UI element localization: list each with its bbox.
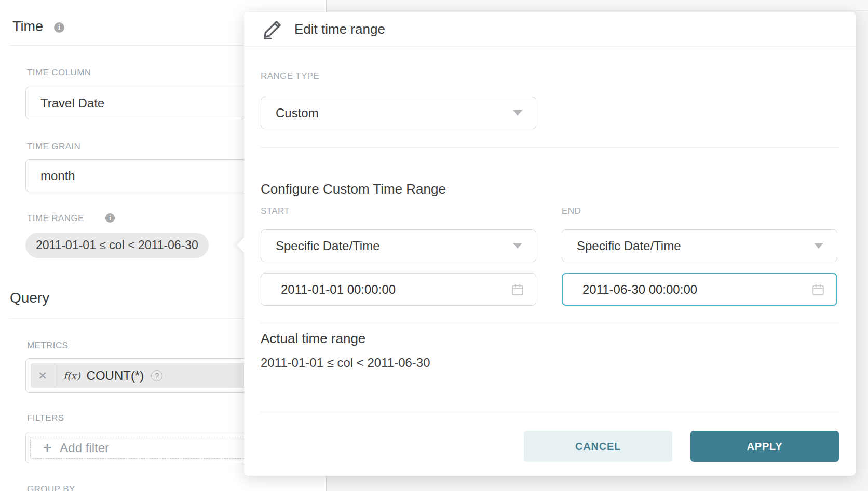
start-type-value: Specific Date/Time xyxy=(276,239,380,253)
chevron-down-icon xyxy=(814,243,823,249)
chip-divider xyxy=(55,363,55,388)
popover-arrow xyxy=(236,237,252,253)
group-by-label: GROUP BY xyxy=(27,484,75,491)
chart-area-top-strip xyxy=(327,0,868,11)
metrics-label: METRICS xyxy=(27,340,68,351)
configure-heading: Configure Custom Time Range xyxy=(261,181,446,197)
start-datetime-input[interactable]: 2011-01-01 00:00:00 xyxy=(261,273,536,306)
start-type-select[interactable]: Specific Date/Time xyxy=(261,229,536,262)
end-type-value: Specific Date/Time xyxy=(577,239,681,253)
range-type-value: Custom xyxy=(276,106,319,120)
edit-time-range-popover: Edit time range RANGE TYPE Custom Config… xyxy=(244,12,856,476)
time-section-title: Time xyxy=(12,19,43,35)
time-column-value: Travel Date xyxy=(40,96,104,111)
remove-metric-icon[interactable]: ✕ xyxy=(31,370,55,382)
popover-header: Edit time range xyxy=(244,12,856,47)
metric-help-icon[interactable]: ? xyxy=(151,370,162,381)
calendar-icon[interactable] xyxy=(811,283,825,296)
time-grain-value: month xyxy=(40,169,75,183)
end-label: END xyxy=(562,206,581,216)
filters-label: FILTERS xyxy=(27,413,64,424)
end-type-select[interactable]: Specific Date/Time xyxy=(562,229,837,262)
calendar-icon[interactable] xyxy=(511,283,524,296)
edit-pencil-icon xyxy=(262,19,283,39)
range-type-label: RANGE TYPE xyxy=(261,71,319,81)
popover-divider xyxy=(261,323,839,323)
query-section-title: Query xyxy=(10,290,49,306)
time-range-info-icon[interactable]: i xyxy=(105,213,115,223)
popover-divider xyxy=(261,412,839,412)
chevron-down-icon xyxy=(513,110,522,116)
end-datetime-value: 2011-06-30 00:00:00 xyxy=(582,282,697,297)
time-info-icon[interactable]: i xyxy=(54,22,64,33)
time-range-label: TIME RANGE xyxy=(27,213,84,224)
start-label: START xyxy=(261,206,290,216)
chevron-down-icon xyxy=(513,243,522,249)
actual-time-range-heading: Actual time range xyxy=(261,331,365,347)
end-datetime-input[interactable]: 2011-06-30 00:00:00 xyxy=(562,273,837,306)
time-grain-label: TIME GRAIN xyxy=(27,142,80,152)
time-column-label: TIME COLUMN xyxy=(27,67,91,78)
add-filter-label: Add filter xyxy=(60,441,109,455)
metric-name: COUNT(*) xyxy=(87,369,144,383)
cancel-button[interactable]: CANCEL xyxy=(524,431,672,462)
apply-button[interactable]: APPLY xyxy=(690,431,839,462)
actual-time-range-value: 2011-01-01 ≤ col < 2011-06-30 xyxy=(261,356,430,370)
time-range-pill[interactable]: 2011-01-01 ≤ col < 2011-06-30 xyxy=(25,233,209,258)
popover-divider xyxy=(261,147,839,148)
popover-title: Edit time range xyxy=(294,21,385,37)
range-type-select[interactable]: Custom xyxy=(261,97,536,129)
function-icon: f(x) xyxy=(63,370,80,381)
start-datetime-value: 2011-01-01 00:00:00 xyxy=(281,282,396,297)
